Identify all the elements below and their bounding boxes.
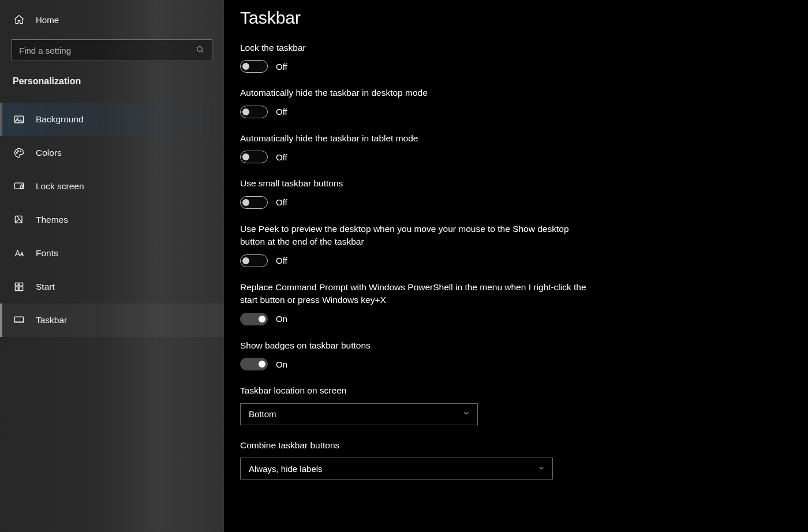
svg-point-5 bbox=[18, 151, 19, 152]
sidebar-item-label: Themes bbox=[36, 215, 68, 225]
toggle-state-label: Off bbox=[276, 197, 287, 207]
setting-description: Use small taskbar buttons bbox=[240, 177, 586, 190]
settings-app: Home Personalization Background bbox=[0, 0, 808, 532]
toggle-settings: Lock the taskbarOffAutomatically hide th… bbox=[240, 42, 785, 370]
nav-list: Background Colors Lock screen Themes bbox=[0, 103, 224, 337]
sidebar-item-start[interactable]: Start bbox=[0, 270, 224, 304]
toggle-powershell[interactable] bbox=[240, 313, 268, 325]
toggle-autohide_desktop[interactable] bbox=[240, 106, 268, 118]
sidebar-item-background[interactable]: Background bbox=[0, 103, 224, 136]
dropdown-settings: Taskbar location on screenBottomCombine … bbox=[240, 384, 785, 479]
svg-rect-14 bbox=[15, 317, 24, 323]
setting-description: Taskbar location on screen bbox=[240, 384, 586, 397]
chevron-down-icon bbox=[537, 464, 545, 474]
setting-description: Replace Command Prompt with Windows Powe… bbox=[240, 281, 586, 307]
dropdown-combine[interactable]: Always, hide labels bbox=[240, 458, 553, 479]
toggle-state-label: On bbox=[276, 314, 287, 324]
dropdown-value: Bottom bbox=[249, 409, 276, 419]
setting-description: Automatically hide the taskbar in deskto… bbox=[240, 87, 586, 99]
taskbar-icon bbox=[13, 314, 25, 327]
sidebar-item-lockscreen[interactable]: Lock screen bbox=[0, 170, 224, 203]
sidebar-item-taskbar[interactable]: Taskbar bbox=[0, 304, 224, 337]
svg-point-4 bbox=[16, 152, 17, 153]
sidebar-item-colors[interactable]: Colors bbox=[0, 136, 224, 170]
home-icon bbox=[13, 13, 25, 26]
setting-lock: Lock the taskbarOff bbox=[240, 42, 586, 73]
setting-description: Show badges on taskbar buttons bbox=[240, 339, 586, 352]
svg-line-1 bbox=[201, 51, 203, 53]
sidebar-item-fonts[interactable]: Fonts bbox=[0, 237, 224, 270]
setting-description: Automatically hide the taskbar in tablet… bbox=[240, 132, 586, 145]
sidebar: Home Personalization Background bbox=[0, 0, 224, 532]
sidebar-item-label: Fonts bbox=[36, 248, 58, 258]
svg-point-6 bbox=[20, 151, 21, 152]
page-title: Taskbar bbox=[240, 8, 785, 28]
dropdown-location[interactable]: Bottom bbox=[240, 403, 478, 425]
setting-badges: Show badges on taskbar buttonsOn bbox=[240, 339, 586, 370]
lockscreen-icon bbox=[13, 180, 25, 193]
setting-peek: Use Peek to preview the desktop when you… bbox=[240, 223, 586, 267]
toggle-autohide_tablet[interactable] bbox=[240, 151, 268, 163]
toggle-knob bbox=[259, 316, 265, 323]
svg-rect-11 bbox=[19, 283, 23, 286]
setting-small_buttons: Use small taskbar buttonsOff bbox=[240, 177, 586, 208]
dropdown-value: Always, hide labels bbox=[249, 464, 323, 474]
svg-rect-10 bbox=[15, 283, 18, 286]
nav-home-label: Home bbox=[36, 15, 59, 25]
setting-powershell: Replace Command Prompt with Windows Powe… bbox=[240, 281, 586, 325]
setting-autohide_tablet: Automatically hide the taskbar in tablet… bbox=[240, 132, 586, 163]
setting-location: Taskbar location on screenBottom bbox=[240, 384, 586, 425]
setting-description: Combine taskbar buttons bbox=[240, 439, 586, 452]
toggle-state-label: Off bbox=[276, 62, 287, 72]
toggle-badges[interactable] bbox=[240, 358, 268, 370]
toggle-state-label: On bbox=[276, 359, 287, 369]
section-title: Personalization bbox=[0, 65, 224, 92]
themes-icon bbox=[13, 213, 25, 226]
palette-icon bbox=[13, 147, 25, 159]
sidebar-item-label: Background bbox=[36, 114, 84, 125]
chevron-down-icon bbox=[462, 409, 470, 419]
search-input[interactable] bbox=[19, 46, 196, 55]
sidebar-item-label: Colors bbox=[36, 148, 62, 158]
sidebar-item-label: Start bbox=[36, 282, 55, 292]
setting-description: Lock the taskbar bbox=[240, 42, 586, 54]
toggle-knob bbox=[242, 153, 249, 160]
fonts-icon bbox=[13, 247, 25, 260]
toggle-state-label: Off bbox=[276, 107, 287, 117]
toggle-knob bbox=[242, 199, 249, 206]
setting-autohide_desktop: Automatically hide the taskbar in deskto… bbox=[240, 87, 586, 118]
toggle-peek[interactable] bbox=[240, 254, 268, 267]
sidebar-item-label: Lock screen bbox=[36, 181, 84, 192]
setting-description: Use Peek to preview the desktop when you… bbox=[240, 223, 586, 249]
sidebar-item-label: Taskbar bbox=[36, 315, 67, 325]
toggle-knob bbox=[242, 108, 249, 115]
setting-combine: Combine taskbar buttonsAlways, hide labe… bbox=[240, 439, 586, 479]
start-icon bbox=[13, 280, 25, 293]
svg-rect-13 bbox=[19, 287, 23, 291]
toggle-knob bbox=[242, 63, 249, 70]
toggle-state-label: Off bbox=[276, 256, 287, 265]
search-icon bbox=[196, 45, 206, 56]
svg-rect-8 bbox=[20, 186, 23, 188]
search-container bbox=[0, 35, 224, 65]
toggle-state-label: Off bbox=[276, 152, 287, 162]
toggle-knob bbox=[242, 257, 249, 264]
search-box[interactable] bbox=[12, 39, 212, 61]
main-pane: Taskbar Lock the taskbarOffAutomatically… bbox=[224, 0, 808, 532]
sidebar-item-themes[interactable]: Themes bbox=[0, 203, 224, 237]
toggle-small_buttons[interactable] bbox=[240, 196, 268, 209]
nav-home[interactable]: Home bbox=[0, 5, 224, 35]
toggle-lock[interactable] bbox=[240, 60, 268, 73]
image-icon bbox=[13, 113, 25, 126]
svg-rect-12 bbox=[15, 287, 18, 291]
toggle-knob bbox=[259, 361, 265, 368]
